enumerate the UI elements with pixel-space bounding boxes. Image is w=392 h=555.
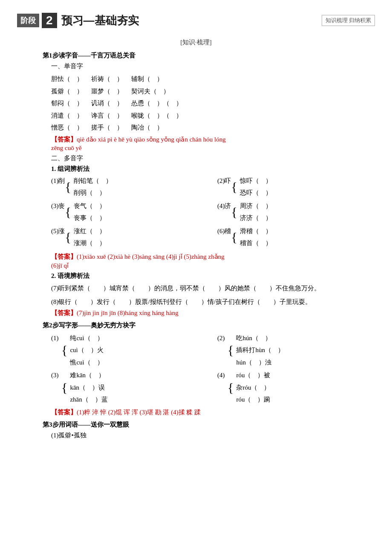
page-title: 预习—基础夯实 [61, 13, 322, 28]
section-center-title: [知识·梳理] [17, 38, 375, 46]
sub1-title: 一、单音字 [51, 62, 375, 70]
poly-item-1: (1)削 { 削铅笔（ ） 削弱（ ） [51, 175, 209, 199]
stage-label: 阶段 [17, 14, 39, 27]
single-char-rows: 胆怯（ ） 祈祷（ ） 辅制（ ） 孤僻（ ） 噩梦（ ） 契诃夫（ ） 郁闷（… [51, 73, 375, 134]
page-header: 阶段 2 预习—基础夯实 知识梳理 归纳积累 [17, 13, 375, 28]
poly-method1-label: 1. 组词辨析法 [51, 165, 375, 173]
step2-item-1: (1) { 纯cuì（ ） cuì（ ）火 憔cuì（ ） [51, 332, 209, 369]
answer3-block: 【答案】 (7)jìn jìn jīn jīn (8)háng xíng hán… [51, 309, 375, 317]
context-line-1: (7)听到紧禁（ ）城宵禁（ ）的消息，弱不禁（ ）风的她禁（ ）不住焦急万分。 [51, 282, 375, 295]
poly-item-6: (6)稽 { 滑稽（ ） 稽首（ ） [217, 225, 375, 249]
answer2-text: (1)xiāo xuē (2)xià hè (3)sàng sāng (4)jì… [77, 253, 225, 260]
stage-number: 2 [42, 13, 57, 28]
step3-title: 第3步用词语——送你一双慧眼 [43, 421, 375, 429]
answer3-label: 【答案】 [51, 309, 77, 317]
answer2-block: 【答案】 (1)xiāo xuē (2)xià hè (3)sàng sāng … [51, 253, 375, 261]
answer1-block: 【答案】 qiè dǎo xiá pì è hē yù qiào sǒng yǒ… [51, 136, 375, 144]
poly-item-4: (4)济 { 周济（ ） 济济（ ） [217, 200, 375, 224]
answer1-label: 【答案】 [51, 136, 77, 144]
poly-item-3: (3)丧 { 丧气（ ） 丧事（ ） [51, 200, 209, 224]
answer-step2-text: (1)粹 淬 悴 (2)馄 诨 浑 (3)堪 勘 湛 (4)揉 糅 蹂 [77, 408, 201, 416]
single-row-1: 胆怯（ ） 祈祷（ ） 辅制（ ） [51, 73, 375, 85]
context-line-2: (8)银行（ ）发行（ ）股票/报纸刊登行（ ）情/孩子们在树行（ ）子里玩耍。 [51, 295, 375, 308]
single-row-3: 郁闷（ ） 讥诮（ ） 怂恿（ ）（ ） [51, 97, 375, 110]
step1-title: 第1步读字音——千言万语总关音 [43, 52, 375, 60]
answer1-text2: zēng cuō yě [51, 145, 375, 152]
single-row-5: 憎恶（ ） 搓手（ ） 陶冶（ ） [51, 121, 375, 134]
answer-step2-label: 【答案】 [51, 408, 77, 416]
single-row-2: 孤僻（ ） 噩梦（ ） 契诃夫（ ） [51, 85, 375, 98]
step2-grid: (1) { 纯cuì（ ） cuì（ ）火 憔cuì（ ） (2) { 吃hún… [51, 332, 375, 406]
step2-item-3: (3) { 难kān（ ） kān（ ）误 zhān（ ）蓝 [51, 369, 209, 406]
step2-item-4: (4) { róu（ ）被 杂róu（ ） róu（ ）躏 [217, 369, 375, 406]
poly-method2-label: 2. 语境辨析法 [51, 272, 375, 280]
answer1-text: qiè dǎo xiá pì è hē yù qiào sǒng yǒng qi… [77, 136, 226, 143]
answer2-text2: (6)jī qǐ [51, 262, 375, 269]
step2-section: (1) { 纯cuì（ ） cuì（ ）火 憔cuì（ ） (2) { 吃hún… [51, 332, 375, 406]
step2-item-2: (2) { 吃hún（ ） 插科打hùn（ ） hún（ ）浊 [217, 332, 375, 369]
sub2-title: 二、多音字 [51, 154, 375, 162]
single-row-4: 消遣（ ） 谗言（ ） 喉咙（ ）（ ） [51, 110, 375, 122]
step3-item1: (1)孤僻•孤独 [51, 431, 375, 439]
poly-grid: (1)削 { 削铅笔（ ） 削弱（ ） (2)吓 { 惊吓（ ） 恐吓（ ） (… [51, 175, 375, 249]
poly-items-section: (1)削 { 削铅笔（ ） 削弱（ ） (2)吓 { 惊吓（ ） 恐吓（ ） (… [51, 175, 375, 249]
poly-item-5: (5)涨 { 涨红（ ） 涨潮（ ） [51, 225, 209, 249]
step3-item1-text: (1)孤僻•孤独 [51, 431, 375, 439]
answer3-text: (7)jìn jìn jīn jīn (8)háng xíng háng hàn… [77, 309, 179, 317]
header-tag: 知识梳理 归纳积累 [322, 15, 375, 26]
answer-step2-block: 【答案】 (1)粹 淬 悴 (2)馄 诨 浑 (3)堪 勘 湛 (4)揉 糅 蹂 [51, 408, 375, 416]
answer2-label: 【答案】 [51, 253, 77, 261]
poly-item-2: (2)吓 { 惊吓（ ） 恐吓（ ） [217, 175, 375, 199]
step2-title: 第2步写字形——奥妙无穷方块字 [43, 321, 375, 330]
